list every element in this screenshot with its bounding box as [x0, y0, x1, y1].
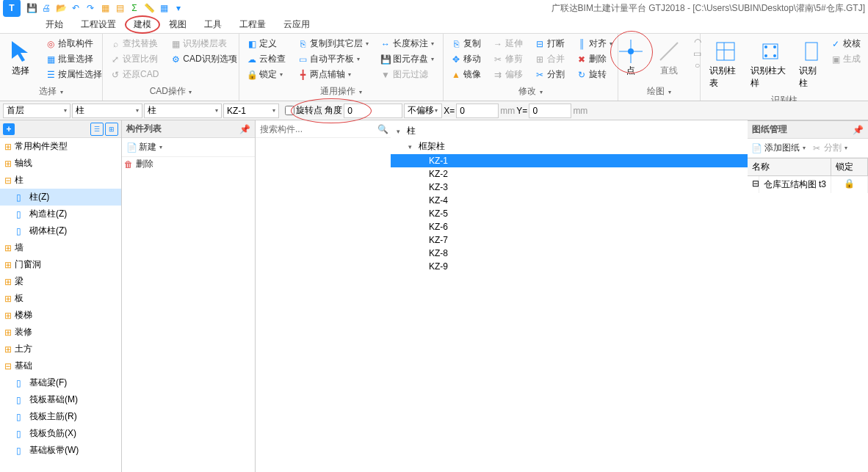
- menu-modeling[interactable]: 建模: [125, 15, 160, 34]
- menu-tools[interactable]: 工具: [195, 15, 231, 34]
- pick-member-button[interactable]: ◎拾取构件: [44, 37, 104, 51]
- lock-cell-icon[interactable]: 🔒: [831, 176, 868, 193]
- two-point-axis-button[interactable]: ╋两点辅轴▾: [296, 68, 370, 81]
- y-input[interactable]: [529, 104, 571, 118]
- verify-button[interactable]: ✓校核: [829, 37, 862, 51]
- table-icon[interactable]: ▦: [157, 1, 170, 15]
- element-filter-button[interactable]: ▼图元过滤: [379, 68, 435, 81]
- generate-button[interactable]: ▣生成: [829, 52, 862, 66]
- merge-button[interactable]: ⊞合并: [533, 52, 566, 66]
- redo-icon[interactable]: ↷: [84, 1, 97, 15]
- save-icon[interactable]: 💾: [25, 1, 38, 15]
- offset-button[interactable]: ⇉偏移: [491, 68, 524, 81]
- recognize-floor-button[interactable]: ▦识别楼层表: [169, 37, 238, 51]
- nav-sub-item[interactable]: ▯柱(Z): [0, 189, 121, 206]
- nav-sub-item[interactable]: ▯筏板基础(M): [0, 391, 121, 408]
- tree-leaf[interactable]: KZ-7: [391, 233, 748, 247]
- save-element-button[interactable]: 💾图元存盘▾: [379, 52, 435, 66]
- sum-icon[interactable]: Σ: [128, 1, 141, 15]
- category-select[interactable]: 柱▾: [72, 104, 142, 118]
- nav-group[interactable]: ⊞板: [0, 290, 121, 307]
- break-button[interactable]: ⊟打断: [533, 37, 566, 51]
- nav-group[interactable]: ⊞轴线: [0, 155, 121, 172]
- tree-leaf[interactable]: KZ-3: [391, 181, 748, 194]
- define-button[interactable]: ◧定义: [245, 37, 287, 51]
- split-button[interactable]: ✂分割: [533, 68, 566, 81]
- nav-group[interactable]: ⊞墙: [0, 239, 121, 256]
- line-draw-button[interactable]: 直线: [654, 37, 684, 80]
- nav-group[interactable]: ⊞装修: [0, 324, 121, 341]
- recognize-column-table-button[interactable]: 识别柱表: [706, 37, 745, 92]
- copy-to-layer-button[interactable]: ⎘复制到其它层▾: [296, 37, 370, 51]
- menu-quantity[interactable]: 工程量: [231, 15, 275, 34]
- search-input[interactable]: [256, 120, 375, 137]
- nav-list-view-button[interactable]: ☰: [90, 123, 104, 136]
- extend-button[interactable]: →延伸: [491, 37, 524, 51]
- rect-icon[interactable]: ▭: [692, 48, 703, 59]
- open-icon[interactable]: 📂: [54, 1, 68, 15]
- nav-group[interactable]: ⊞土方: [0, 341, 121, 357]
- ruler-icon[interactable]: 📏: [142, 1, 156, 15]
- recognize-column-detail-button[interactable]: 识别柱大样: [748, 37, 794, 92]
- pin-icon-2[interactable]: 📌: [853, 125, 864, 135]
- nav-group[interactable]: ⊞梁: [0, 273, 121, 290]
- nav-add-button[interactable]: +: [3, 123, 15, 135]
- subcategory-select[interactable]: 柱▾: [144, 104, 222, 118]
- add-drawing-button[interactable]: 📄添加图纸▾: [751, 141, 807, 155]
- select-by-property-button[interactable]: ☰按属性选择: [44, 68, 104, 81]
- nav-group[interactable]: ⊞楼梯: [0, 307, 121, 324]
- tree-leaf[interactable]: KZ-1: [391, 154, 748, 167]
- tree-leaf[interactable]: KZ-6: [391, 220, 748, 233]
- cloud-check-button[interactable]: ☁云检查: [245, 52, 287, 66]
- grid-icon[interactable]: ▤: [113, 1, 126, 15]
- member-select[interactable]: KZ-1▾: [223, 104, 279, 118]
- batch-select-button[interactable]: ▦批量选择: [44, 52, 104, 66]
- set-scale-button[interactable]: ⤢设置比例: [109, 52, 160, 66]
- menu-project-settings[interactable]: 工程设置: [72, 15, 125, 34]
- menu-view[interactable]: 视图: [160, 15, 195, 34]
- nav-sub-item[interactable]: ▯筏板主筋(R): [0, 408, 121, 425]
- delete-member-button[interactable]: 🗑删除: [122, 157, 255, 171]
- restore-cad-button[interactable]: ↺还原CAD: [109, 68, 160, 81]
- print-icon[interactable]: 🖨: [40, 1, 53, 15]
- tree-leaf[interactable]: KZ-4: [391, 194, 748, 207]
- menu-cloud[interactable]: 云应用: [275, 15, 319, 34]
- tree-root[interactable]: ▾柱: [391, 123, 748, 139]
- find-replace-button[interactable]: ⌕查找替换: [109, 37, 160, 51]
- circle-icon[interactable]: ○: [692, 60, 703, 70]
- nav-sub-item[interactable]: ▯构造柱(Z): [0, 206, 121, 222]
- delete-button[interactable]: ✖删除: [575, 52, 614, 66]
- rotate-button[interactable]: ↻旋转: [575, 68, 614, 81]
- auto-level-button[interactable]: ▭自动平齐板▾: [296, 52, 370, 66]
- menu-start[interactable]: 开始: [37, 15, 72, 34]
- length-dim-button[interactable]: ↔长度标注▾: [379, 37, 435, 51]
- nav-group[interactable]: ⊟基础: [0, 357, 121, 374]
- nav-tree-view-button[interactable]: ⊞: [105, 123, 118, 136]
- search-icon[interactable]: 🔍: [375, 120, 391, 137]
- offset-select[interactable]: 不偏移▾: [404, 104, 442, 118]
- nav-group[interactable]: ⊞门窗洞: [0, 256, 121, 273]
- floor-select[interactable]: 首层▾: [3, 104, 70, 118]
- drawing-row[interactable]: ⊟ 仓库五结构图 t3 🔒: [748, 176, 868, 193]
- tree-leaf[interactable]: KZ-2: [391, 167, 748, 181]
- tree-leaf[interactable]: KZ-9: [391, 260, 748, 273]
- lock-button[interactable]: 🔒锁定▾: [245, 68, 287, 81]
- trim-button[interactable]: ✂修剪: [491, 52, 524, 66]
- nav-group[interactable]: ⊞常用构件类型: [0, 138, 121, 155]
- move-button[interactable]: ✥移动: [449, 52, 482, 66]
- align-button[interactable]: ║对齐▾: [575, 37, 614, 51]
- recognize-column-button[interactable]: 识别柱: [796, 37, 826, 92]
- new-member-button[interactable]: 📄新建▾: [125, 140, 164, 154]
- layer-icon[interactable]: ▦: [98, 1, 112, 15]
- mirror-button[interactable]: ▲镜像: [449, 68, 482, 81]
- tree-sub[interactable]: ▾框架柱: [391, 139, 748, 154]
- undo-icon[interactable]: ↶: [69, 1, 82, 15]
- tree-leaf[interactable]: KZ-8: [391, 247, 748, 260]
- tree-leaf[interactable]: KZ-5: [391, 207, 748, 220]
- copy-button[interactable]: ⎘复制: [449, 37, 482, 51]
- arc-icon[interactable]: ◠: [692, 37, 703, 47]
- point-draw-button[interactable]: 点: [616, 37, 645, 80]
- pin-icon[interactable]: 📌: [239, 124, 250, 134]
- cad-options-button[interactable]: ⚙CAD识别选项: [169, 52, 238, 66]
- split-drawing-button[interactable]: ✂分割▾: [810, 141, 849, 155]
